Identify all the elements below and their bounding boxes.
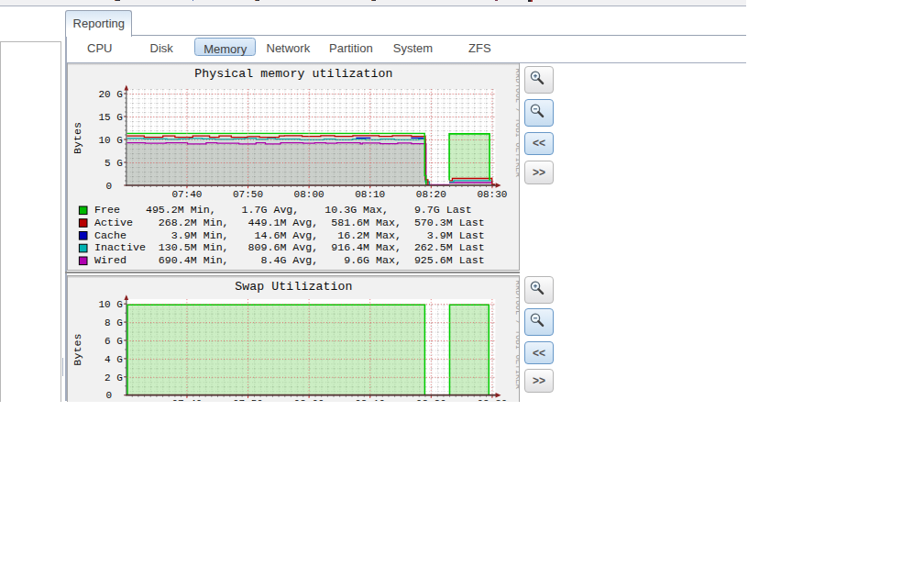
svg-text:08:00: 08:00 <box>293 398 324 402</box>
svg-text:Free 495.2M Min, 1.7G Av: Free 495.2M Min, 1.7G Avg, 10.3G Max, 9.… <box>94 204 472 216</box>
svg-text:Cache 3.9M Min, 14.6M: Cache 3.9M Min, 14.6M Avg, 16.2M Max, 3.… <box>94 229 485 241</box>
svg-text:4 G: 4 G <box>104 354 123 365</box>
svg-text:Swap Utilization: Swap Utilization <box>235 280 352 294</box>
svg-text:2 G: 2 G <box>104 372 123 383</box>
svg-text:07:40: 07:40 <box>171 189 202 200</box>
svg-text:Bytes: Bytes <box>71 122 83 154</box>
svg-text:10 G: 10 G <box>98 135 122 146</box>
svg-text:07:50: 07:50 <box>233 189 263 200</box>
svg-text:15 G: 15 G <box>98 112 122 123</box>
svg-text:08:20: 08:20 <box>415 398 446 402</box>
svg-text:5 G: 5 G <box>104 158 123 169</box>
svg-text:0: 0 <box>105 390 112 401</box>
svg-text:08:20: 08:20 <box>415 189 446 200</box>
svg-text:07:50: 07:50 <box>233 398 263 402</box>
svg-text:07:40: 07:40 <box>171 398 202 402</box>
svg-text:Wired 690.4M Min, 8.4G: Wired 690.4M Min, 8.4G Avg, 9.6G Max, 92… <box>94 254 485 266</box>
svg-text:0: 0 <box>105 181 112 192</box>
svg-text:20 G: 20 G <box>98 89 122 100</box>
svg-text:RRDTOOL / TOBI OETIKER: RRDTOOL / TOBI OETIKER <box>512 68 519 177</box>
svg-text:10 G: 10 G <box>98 299 122 310</box>
svg-text:08:30: 08:30 <box>477 398 507 402</box>
svg-text:RRDTOOL / TOBI OETIKER: RRDTOOL / TOBI OETIKER <box>512 280 519 389</box>
svg-text:Active 268.2M Min, 449.1M: Active 268.2M Min, 449.1M Avg, 581.6M Ma… <box>94 217 485 228</box>
svg-text:6 G: 6 G <box>104 336 123 347</box>
svg-text:8 G: 8 G <box>104 317 123 328</box>
svg-text:Bytes: Bytes <box>71 333 83 365</box>
svg-text:Physical memory utilization: Physical memory utilization <box>194 67 392 81</box>
svg-text:08:30: 08:30 <box>477 189 507 200</box>
svg-text:08:10: 08:10 <box>355 398 385 402</box>
svg-text:08:10: 08:10 <box>355 189 385 200</box>
svg-text:Inactive 130.5M Min, 809.6M: Inactive 130.5M Min, 809.6M Avg, 916.4M … <box>94 241 485 253</box>
svg-text:08:00: 08:00 <box>293 189 324 200</box>
